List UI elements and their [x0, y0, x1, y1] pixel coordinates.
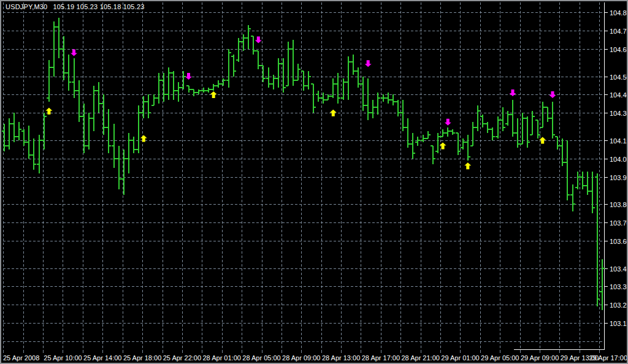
time-tick-label: 28 Apr 09:00	[282, 354, 320, 362]
time-tick-label: 28 Apr 05:00	[242, 354, 280, 362]
time-tick-label: 28 Apr 17:00	[362, 354, 400, 362]
chart-background	[1, 1, 628, 364]
price-tick-label: 104.05	[610, 156, 628, 163]
time-tick-label: 25 Apr 18:00	[123, 354, 161, 362]
time-tick-label: 29 Apr 17:00	[589, 354, 627, 362]
price-tick-label: 104.65	[610, 46, 628, 53]
price-tick-label: 104.40	[610, 91, 628, 99]
time-tick-label: 28 Apr 01:00	[203, 354, 241, 362]
time-tick-label: 28 Apr 21:00	[402, 354, 440, 362]
time-tick-label: 29 Apr 05:00	[481, 354, 519, 362]
chart-title-symbol: USDJPY,M30	[6, 3, 47, 10]
price-tick-label: 104.15	[610, 137, 628, 145]
time-tick-label: 25 Apr 14:00	[83, 354, 121, 362]
price-tick-label: 103.95	[610, 174, 628, 181]
price-tick-label: 103.60	[610, 238, 628, 245]
price-tick-label: 103.35	[610, 283, 628, 290]
price-tick-label: 104.75	[610, 28, 628, 35]
time-tick-label: 29 Apr 09:00	[521, 354, 559, 362]
time-tick-label: 25 Apr 10:00	[44, 354, 82, 362]
mt4-chart-window: 104.85104.75104.65104.50104.40104.30104.…	[0, 0, 628, 364]
price-tick-label: 103.45	[610, 265, 628, 273]
price-tick-label: 103.80	[610, 201, 628, 208]
time-tick-label: 29 Apr 01:00	[441, 354, 479, 362]
price-tick-label: 104.30	[610, 110, 628, 117]
chart-canvas[interactable]: 104.85104.75104.65104.50104.40104.30104.…	[1, 1, 628, 364]
price-tick-label: 103.70	[610, 219, 628, 227]
price-tick-label: 104.50	[610, 74, 628, 81]
time-tick-label: 25 Apr 2008	[3, 354, 39, 362]
price-tick-label: 104.85	[610, 9, 628, 17]
time-tick-label: 25 Apr 22:00	[163, 354, 201, 362]
price-tick-label: 103.25	[610, 301, 628, 309]
time-tick-label: 28 Apr 13:00	[322, 354, 360, 362]
price-tick-label: 103.15	[610, 320, 628, 327]
chart-title-ohlc: 105.19 105.23 105.18 105.23	[53, 3, 144, 10]
chart-title: USDJPY,M30105.19 105.23 105.18 105.23	[6, 3, 145, 10]
